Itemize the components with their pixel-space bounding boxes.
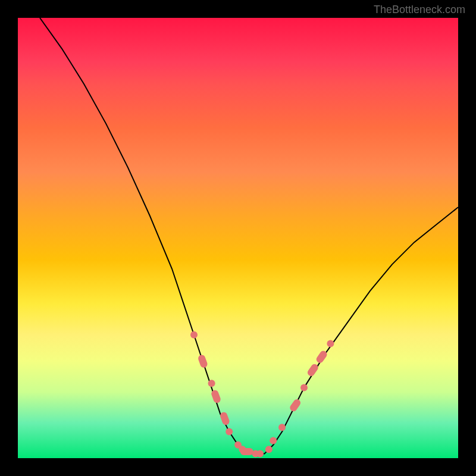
- curve-markers: [190, 331, 334, 458]
- marker-dash: [219, 411, 230, 426]
- marker-dot: [190, 331, 198, 339]
- bottleneck-curve: [40, 18, 458, 454]
- marker-dot: [278, 424, 286, 431]
- marker-dot: [265, 446, 273, 453]
- marker-dash: [306, 363, 320, 378]
- marker-dot: [270, 437, 277, 444]
- marker-dot: [226, 428, 233, 436]
- marker-dash: [211, 389, 222, 404]
- watermark-text: TheBottleneck.com: [374, 4, 465, 16]
- marker-dash: [240, 448, 253, 455]
- chart-svg: [18, 18, 458, 458]
- marker-dot: [327, 340, 334, 347]
- marker-dot: [208, 380, 215, 387]
- marker-dash: [197, 354, 208, 369]
- marker-dot: [300, 384, 308, 392]
- marker-dash: [289, 398, 302, 413]
- marker-dot: [256, 450, 264, 458]
- chart-plot-area: [18, 18, 458, 458]
